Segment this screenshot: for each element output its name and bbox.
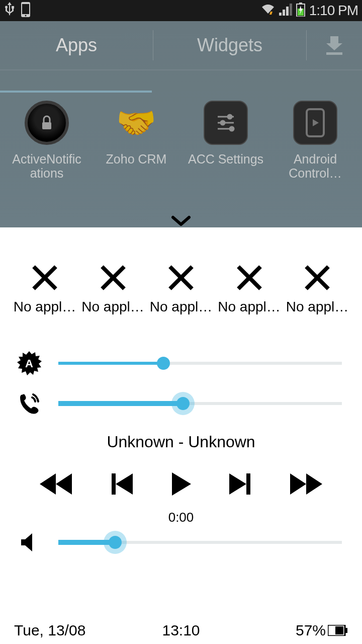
sliders-icon bbox=[204, 101, 248, 145]
brightness-slider[interactable] bbox=[58, 362, 342, 365]
wifi-icon bbox=[261, 4, 275, 18]
footer-time: 13:10 bbox=[162, 622, 200, 639]
svg-rect-5 bbox=[279, 13, 282, 16]
quick-label: No appl… bbox=[12, 299, 77, 315]
handshake-icon: 🤝 bbox=[114, 101, 158, 145]
quick-slot-4[interactable]: No appl… bbox=[217, 263, 282, 315]
app-label: ACC Settings bbox=[188, 152, 263, 166]
quick-label: No appl… bbox=[80, 299, 146, 315]
auto-brightness-icon[interactable]: A bbox=[15, 350, 43, 376]
usb-icon bbox=[4, 2, 15, 19]
quick-slot-2[interactable]: No appl… bbox=[80, 263, 146, 315]
svg-rect-36 bbox=[335, 626, 343, 634]
status-time: 1:10 PM bbox=[309, 3, 358, 19]
speaker-icon[interactable] bbox=[15, 531, 43, 553]
tab-apps[interactable]: Apps bbox=[0, 35, 153, 56]
quick-label: No appl… bbox=[285, 299, 350, 315]
svg-rect-35 bbox=[345, 628, 347, 633]
svg-point-4 bbox=[25, 15, 27, 17]
quick-slot-5[interactable]: No appl… bbox=[285, 263, 350, 315]
quick-label: No appl… bbox=[148, 299, 214, 315]
tab-underline bbox=[0, 91, 152, 93]
svg-rect-13 bbox=[42, 122, 51, 129]
media-controls bbox=[0, 470, 362, 500]
media-volume-slider[interactable] bbox=[58, 541, 342, 544]
ringer-phone-icon[interactable] bbox=[15, 391, 43, 416]
svg-rect-3 bbox=[22, 4, 29, 14]
app-android-control[interactable]: Android Control… bbox=[275, 101, 355, 180]
svg-point-0 bbox=[5, 6, 8, 9]
svg-rect-8 bbox=[290, 4, 292, 16]
svg-rect-32 bbox=[112, 473, 116, 495]
tab-widgets[interactable]: Widgets bbox=[153, 35, 306, 56]
control-panel: No appl… No appl… No appl… No appl… No a… bbox=[0, 227, 362, 644]
rewind-button[interactable] bbox=[37, 471, 75, 499]
empty-slot-icon bbox=[148, 263, 214, 295]
panel-footer: Tue, 13/08 13:10 57% bbox=[0, 619, 362, 644]
quick-label: No appl… bbox=[217, 299, 282, 315]
app-label: Android Control… bbox=[289, 152, 342, 180]
svg-rect-1 bbox=[12, 6, 14, 9]
empty-slot-icon bbox=[285, 263, 350, 295]
lock-icon bbox=[25, 101, 69, 145]
app-acc-settings[interactable]: ACC Settings bbox=[186, 101, 266, 166]
collapse-caret[interactable] bbox=[169, 215, 193, 229]
svg-text:A: A bbox=[25, 357, 33, 370]
footer-battery: 57% bbox=[296, 622, 348, 639]
quick-apps-row: No appl… No appl… No appl… No appl… No a… bbox=[0, 227, 362, 315]
status-bar: 1:10 PM bbox=[0, 0, 362, 21]
svg-point-19 bbox=[230, 127, 234, 131]
app-drawer-dimmed: Apps Widgets ActiveNotific ations 🤝 Zoho… bbox=[0, 21, 362, 227]
play-button[interactable] bbox=[169, 470, 193, 500]
next-button[interactable] bbox=[226, 471, 253, 499]
signal-icon bbox=[279, 4, 292, 18]
svg-rect-12 bbox=[326, 52, 342, 55]
svg-point-17 bbox=[221, 121, 225, 125]
phone-icon bbox=[21, 2, 30, 19]
quick-slot-3[interactable]: No appl… bbox=[148, 263, 214, 315]
empty-slot-icon bbox=[12, 263, 77, 295]
app-activenotifications[interactable]: ActiveNotific ations bbox=[7, 101, 87, 180]
phone-control-icon bbox=[293, 101, 337, 145]
fast-forward-button[interactable] bbox=[287, 471, 325, 499]
media-playback-time: 0:00 bbox=[0, 510, 362, 525]
app-zoho-crm[interactable]: 🤝 Zoho CRM bbox=[96, 101, 176, 166]
ringer-slider-row bbox=[15, 391, 342, 416]
app-label: Zoho CRM bbox=[106, 152, 167, 166]
app-label: ActiveNotific ations bbox=[12, 152, 81, 180]
media-volume-row bbox=[15, 531, 342, 553]
empty-slot-icon bbox=[80, 263, 146, 295]
svg-rect-7 bbox=[286, 7, 289, 16]
svg-point-15 bbox=[228, 115, 232, 119]
previous-button[interactable] bbox=[109, 471, 136, 499]
battery-icon bbox=[296, 3, 305, 19]
footer-date: Tue, 13/08 bbox=[14, 622, 85, 639]
battery-level-icon bbox=[328, 625, 348, 636]
svg-rect-6 bbox=[283, 10, 285, 16]
media-track-title: Unknown - Unknown bbox=[0, 433, 362, 451]
empty-slot-icon bbox=[217, 263, 282, 295]
quick-slot-1[interactable]: No appl… bbox=[12, 263, 77, 315]
svg-rect-33 bbox=[246, 473, 250, 495]
brightness-slider-row: A bbox=[15, 350, 342, 376]
ringer-slider[interactable] bbox=[58, 402, 342, 405]
download-button[interactable] bbox=[307, 34, 362, 56]
